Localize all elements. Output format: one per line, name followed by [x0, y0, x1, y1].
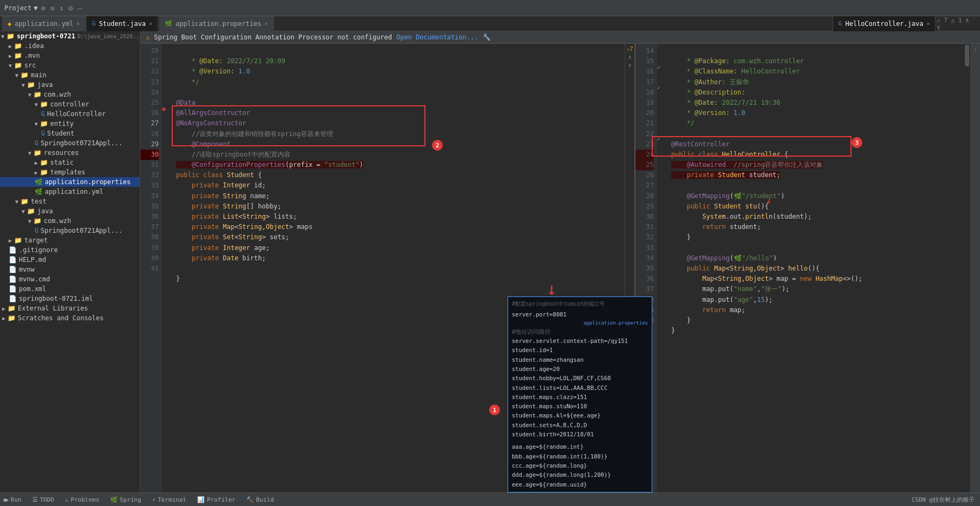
sidebar-item-application-properties[interactable]: 🌿 application.properties: [0, 177, 140, 187]
sidebar-item-iml[interactable]: 📄 springboot-0721.iml: [0, 294, 140, 303]
sidebar-item-mvnwcmd[interactable]: 📄 mvnw.cmd: [0, 274, 140, 284]
sidebar-templates-label: templates: [50, 168, 85, 176]
build-label: Build: [256, 496, 274, 503]
problems-label: Problems: [71, 496, 99, 503]
status-run[interactable]: ▶ ▶ Run: [5, 496, 22, 503]
tab-close-yml[interactable]: ✕: [77, 21, 80, 26]
comwzh-arrow: ▼: [28, 92, 31, 98]
sidebar-item-controller[interactable]: ▼ 📁 controller: [0, 99, 140, 109]
sidebar-item-entity[interactable]: ▼ 📁 entity: [0, 119, 140, 129]
test-arrow: ▼: [15, 199, 18, 205]
sidebar-item-helpmd[interactable]: 📄 HELP.md: [0, 255, 140, 265]
props-student-sets: student.sets=A,B,C,D,D: [512, 421, 648, 430]
idea-arrow: ▶: [9, 43, 12, 49]
sidebar-root[interactable]: ▼ 📁 springboot-0721 D:\java_idea_2020...: [0, 31, 140, 41]
sidebar-item-gitignore[interactable]: 📄 .gitignore: [0, 245, 140, 255]
sidebar-entity-label: entity: [50, 120, 73, 127]
test-java-folder-icon: 📁: [27, 207, 35, 215]
sidebar-item-pomxml[interactable]: 📄 pom.xml: [0, 284, 140, 294]
sidebar-item-student[interactable]: G Student: [0, 129, 140, 138]
sidebar-item-mvn[interactable]: ▶ 📁 .mvn: [0, 51, 140, 60]
resources-arrow: ▼: [28, 150, 31, 156]
test-comwzh-arrow: ▼: [28, 218, 31, 224]
right-scrollbar[interactable]: [964, 44, 970, 492]
target-arrow: ▶: [9, 238, 12, 244]
sidebar-root-path: D:\java_idea_2020...: [77, 33, 140, 39]
right-code-content[interactable]: * @Package: com.wzh.controller * @ClassN…: [667, 44, 964, 492]
props-file-icon: 🌿: [35, 178, 43, 186]
status-todo[interactable]: ☰ TODO: [32, 496, 55, 503]
sidebar-item-test[interactable]: ▼ 📁 test: [0, 197, 140, 206]
run-label: ▶ Run: [4, 496, 22, 503]
scratches-arrow: ▶: [2, 315, 5, 321]
src-folder-icon: 📁: [14, 62, 22, 69]
sidebar-item-external-libraries[interactable]: ▶ 📁 External Libraries: [0, 303, 140, 313]
sidebar-resources-label: resources: [44, 149, 79, 157]
right-panel-arrow[interactable]: ›: [974, 46, 977, 53]
sidebar-java-label: java: [37, 81, 53, 89]
tab-application-properties[interactable]: 🌿 application.properties ✕: [159, 16, 274, 31]
sidebar-item-resources[interactable]: ▼ 📁 resources: [0, 148, 140, 158]
sidebar-root-label: springboot-0721: [17, 32, 75, 40]
sidebar-item-main[interactable]: ▼ 📁 main: [0, 70, 140, 80]
badge-1: 1: [489, 404, 500, 415]
editors-container: ⚠7 ∧ ∨ 20212223 242526 27 28 29 30 31323…: [140, 44, 980, 492]
templates-folder-icon: 📁: [40, 168, 48, 176]
sidebar-item-springbootapp2[interactable]: G Springboot0721Appl...: [0, 226, 140, 235]
sidebar-item-static[interactable]: ▶ 📁 static: [0, 158, 140, 167]
tab-student-java[interactable]: G Student.java ✕: [87, 16, 158, 31]
project-menu[interactable]: Project ▼: [4, 4, 38, 12]
props-context-path: server.servlet.context-path=/qy151: [512, 336, 648, 346]
sidebar-test-comwzh-label: com.wzh: [44, 217, 71, 225]
controller-folder-icon: 📁: [40, 100, 48, 108]
status-spring[interactable]: 🌿 Spring: [110, 496, 141, 503]
profiler-label: Profiler: [207, 496, 235, 503]
status-terminal[interactable]: ⚡ Terminal: [152, 496, 187, 503]
problems-icon: ⚠: [65, 496, 69, 503]
nav-down-left[interactable]: ∨: [628, 62, 631, 68]
sidebar-item-target[interactable]: ▶ 📁 target: [0, 235, 140, 245]
idea-folder-icon: 📁: [14, 42, 22, 50]
sidebar-item-templates[interactable]: ▶ 📁 templates: [0, 167, 140, 177]
tab-close-hello[interactable]: ✕: [927, 21, 930, 26]
sidebar-student-label: Student: [47, 130, 75, 137]
sidebar-springbootapp1-label: Springboot0721Appl...: [40, 139, 123, 147]
tab-close-props[interactable]: ✕: [265, 21, 268, 26]
warn-count-left: ⚠7: [626, 46, 633, 52]
status-profiler[interactable]: 📊 Profiler: [197, 496, 235, 503]
tab-close-student[interactable]: ✕: [149, 21, 152, 26]
props-comment-path: #地址访问路径: [512, 327, 648, 336]
sidebar-test-label: test: [31, 198, 46, 205]
props-student-birth: student.birth=2012/10/01: [512, 430, 648, 439]
props-ccc-age: ccc.age=${random.long}: [512, 461, 648, 470]
sidebar-item-springbootapp1[interactable]: G Springboot0721Appl...: [0, 138, 140, 148]
sidebar-item-mvnw[interactable]: 📄 mvnw: [0, 265, 140, 274]
props-aaa-age: aaa.age=${random.int}: [512, 442, 648, 451]
sidebar-item-comwzh[interactable]: ▼ 📁 com.wzh: [0, 90, 140, 99]
badge-1-circle: 1: [489, 404, 500, 415]
sidebar-springbootapp2-label: Springboot0721Appl...: [40, 227, 123, 234]
tab-label-yml: application.yml: [15, 20, 73, 28]
sidebar-item-test-comwzh[interactable]: ▼ 📁 com.wzh: [0, 216, 140, 226]
springbootapp2-icon: G: [35, 227, 38, 234]
menu-bar: Project ▼ ⊕ ≡ ↕ ⚙ —: [4, 4, 82, 12]
sidebar: ▼ 📁 springboot-0721 D:\java_idea_2020...…: [0, 31, 140, 492]
sidebar-item-java[interactable]: ▼ 📁 java: [0, 80, 140, 90]
props-popup-header: #配置springboot中tomcat的端口号: [512, 300, 648, 309]
sidebar-item-src[interactable]: ▼ 📁 src: [0, 60, 140, 70]
tab-hello-controller[interactable]: G HelloController.java ✕: [833, 16, 936, 31]
yml-file-icon: 🌿: [35, 188, 43, 195]
sidebar-item-hellocontroller[interactable]: G HelloController: [0, 109, 140, 119]
status-bar: ▶ ▶ Run ☰ TODO ⚠ Problems 🌿 Spring ⚡ Ter…: [0, 492, 980, 506]
nav-up-left[interactable]: ∧: [628, 54, 631, 60]
status-problems[interactable]: ⚠ Problems: [65, 496, 99, 503]
sidebar-item-test-java[interactable]: ▼ 📁 java: [0, 206, 140, 216]
sidebar-gitignore-label: .gitignore: [19, 246, 58, 254]
sidebar-item-idea[interactable]: ▶ 📁 .idea: [0, 41, 140, 51]
sidebar-static-label: static: [50, 159, 73, 166]
warning-link[interactable]: Open Documentation...: [396, 33, 478, 41]
status-build[interactable]: 🔨 Build: [246, 496, 274, 503]
tab-application-yml[interactable]: ◆ application.yml ✕: [2, 16, 86, 31]
sidebar-item-application-yml[interactable]: 🌿 application.yml: [0, 187, 140, 197]
sidebar-item-scratches[interactable]: ▶ 📁 Scratches and Consoles: [0, 313, 140, 323]
